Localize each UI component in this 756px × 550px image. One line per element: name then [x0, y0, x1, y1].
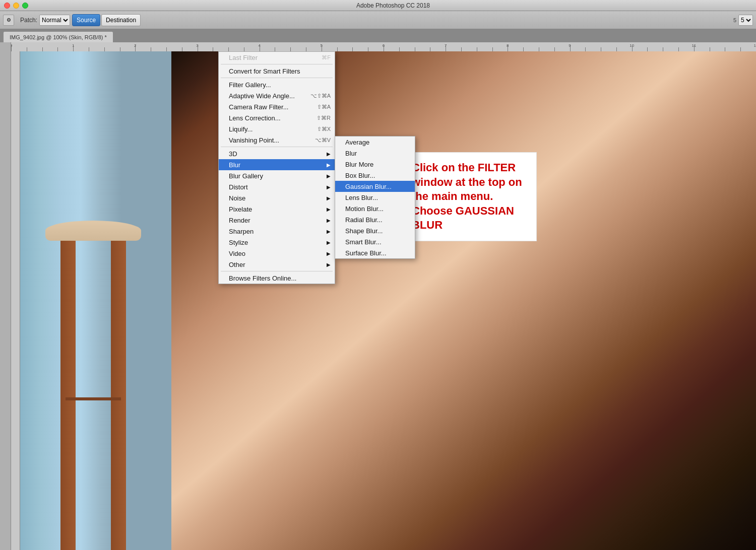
submenu-arrow-icon: ▶	[327, 162, 331, 168]
maximize-button[interactable]	[22, 3, 28, 9]
app-title: Adobe Photoshop CC 2018	[34, 2, 752, 9]
menu-item-label: Vanishing Point...	[229, 136, 279, 144]
menu-item-render[interactable]: Render ▶	[219, 215, 335, 226]
minimize-button[interactable]	[13, 3, 19, 9]
menu-item-label: Liquify...	[229, 125, 253, 133]
content-area: Click on the FILTER window at the top on…	[0, 51, 756, 550]
menu-item-filter-gallery[interactable]: Filter Gallery...	[219, 79, 335, 90]
title-bar: Adobe Photoshop CC 2018	[0, 0, 756, 11]
ruler-corner	[0, 42, 11, 51]
submenu-arrow-icon: ▶	[327, 240, 331, 245]
ruler-horizontal: 0123456789101112	[11, 42, 756, 51]
submenu-arrow-icon: ▶	[327, 207, 331, 212]
menu-item-label: Filter Gallery...	[229, 81, 271, 89]
menu-separator	[221, 78, 333, 78]
canvas: Click on the FILTER window at the top on…	[20, 51, 756, 550]
menu-item-label: Pixelate	[229, 205, 252, 213]
menu-item-label: Motion Blur...	[345, 205, 384, 213]
submenu-arrow-icon: ▶	[327, 151, 331, 157]
menu-item-stylize[interactable]: Stylize ▶	[219, 237, 335, 248]
menu-item-vanishing-point[interactable]: Vanishing Point... ⌥⌘V	[219, 134, 335, 146]
annotation-box: Click on the FILTER window at the top on…	[403, 152, 537, 241]
menu-item-label: Stylize	[229, 239, 248, 246]
menu-item-adaptive-wide-angle[interactable]: Adaptive Wide Angle... ⌥⇧⌘A	[219, 90, 335, 101]
close-button[interactable]	[4, 3, 10, 9]
menu-item-label: Last Filter	[229, 54, 258, 61]
menu-item-label: Sharpen	[229, 228, 254, 235]
filter-menu: Last Filter ⌘F Convert for Smart Filters…	[218, 51, 335, 284]
menu-item-label: Gaussian Blur...	[345, 183, 392, 190]
ruler-row: 0123456789101112	[0, 42, 756, 51]
tool-icon[interactable]: ⚙	[3, 15, 14, 26]
blur-submenu-item-blur[interactable]: Blur	[335, 148, 415, 159]
menu-item-label: Convert for Smart Filters	[229, 67, 300, 75]
menu-item-convert-smart-filters[interactable]: Convert for Smart Filters	[219, 65, 335, 77]
ruler-vertical	[11, 51, 20, 550]
destination-button[interactable]: Destination	[101, 14, 141, 26]
menu-item-label: Render	[229, 217, 250, 224]
menu-item-distort[interactable]: Distort ▶	[219, 181, 335, 192]
stool-rung	[66, 397, 121, 400]
menu-item-lens-correction[interactable]: Lens Correction... ⇧⌘R	[219, 112, 335, 123]
menu-item-last-filter[interactable]: Last Filter ⌘F	[219, 52, 335, 63]
blur-submenu-item-motion-blur[interactable]: Motion Blur...	[335, 203, 415, 214]
blur-submenu-item-blur-more[interactable]: Blur More	[335, 159, 415, 170]
menu-item-browse-filters[interactable]: Browse Filters Online...	[219, 272, 335, 284]
menu-item-sharpen[interactable]: Sharpen ▶	[219, 226, 335, 237]
menu-item-label: Shape Blur...	[345, 227, 383, 235]
menu-item-noise[interactable]: Noise ▶	[219, 192, 335, 203]
menu-item-shortcut: ⌥⌘V	[315, 137, 331, 144]
blur-submenu-item-lens-blur[interactable]: Lens Blur...	[335, 192, 415, 203]
menu-item-shortcut: ⌘F	[322, 54, 331, 61]
stool-right-leg	[111, 226, 126, 551]
menu-item-blur[interactable]: Blur ▶	[219, 159, 335, 170]
menu-item-shortcut: ⇧⌘R	[317, 115, 331, 121]
blur-submenu-item-box-blur[interactable]: Box Blur...	[335, 170, 415, 181]
menu-item-3d[interactable]: 3D ▶	[219, 148, 335, 159]
menu-item-label: Lens Blur...	[345, 194, 378, 201]
window-controls	[4, 3, 28, 9]
blur-submenu-item-average[interactable]: Average	[335, 136, 415, 148]
menu-item-pixelate[interactable]: Pixelate ▶	[219, 203, 335, 215]
tab-label: IMG_9402.jpg @ 100% (Skin, RGB/8) *	[10, 34, 107, 40]
stool-left-leg	[60, 226, 76, 551]
menu-item-label: Blur	[345, 150, 357, 157]
menu-item-label: Adaptive Wide Angle...	[229, 92, 295, 100]
menu-item-video[interactable]: Video ▶	[219, 248, 335, 259]
blur-submenu-item-surface-blur[interactable]: Surface Blur...	[335, 247, 415, 258]
menu-item-label: Blur	[229, 161, 240, 169]
menu-item-other[interactable]: Other ▶	[219, 259, 335, 270]
menu-item-label: Radial Blur...	[345, 216, 383, 224]
blur-submenu-item-radial-blur[interactable]: Radial Blur...	[335, 214, 415, 225]
submenu-arrow-icon: ▶	[327, 251, 331, 256]
menu-item-shortcut: ⇧⌘X	[317, 126, 331, 132]
menu-item-label: 3D	[229, 150, 237, 158]
menu-item-label: Lens Correction...	[229, 114, 281, 122]
submenu-arrow-icon: ▶	[327, 262, 331, 267]
patch-label: Patch:	[20, 17, 37, 24]
submenu-arrow-icon: ▶	[327, 173, 331, 179]
menu-separator	[221, 147, 333, 147]
menu-item-label: Box Blur...	[345, 172, 375, 179]
menu-item-shortcut: ⌥⇧⌘A	[310, 93, 331, 99]
blur-submenu-item-smart-blur[interactable]: Smart Blur...	[335, 236, 415, 247]
menu-separator	[221, 64, 333, 64]
menu-item-label: Smart Blur...	[345, 238, 382, 246]
blur-submenu-item-gaussian-blur[interactable]: Gaussian Blur...	[335, 181, 415, 192]
submenu-arrow-icon: ▶	[327, 184, 331, 190]
toolbar: ⚙ Patch: Normal Source Destination 5 5	[0, 11, 756, 29]
document-tab[interactable]: IMG_9402.jpg @ 100% (Skin, RGB/8) *	[3, 31, 113, 42]
menu-item-liquify[interactable]: Liquify... ⇧⌘X	[219, 123, 335, 134]
source-button[interactable]: Source	[72, 14, 100, 26]
size-select[interactable]: 5	[738, 15, 753, 26]
menu-separator	[221, 271, 333, 271]
menu-item-camera-raw-filter[interactable]: Camera Raw Filter... ⇧⌘A	[219, 101, 335, 112]
tab-bar: IMG_9402.jpg @ 100% (Skin, RGB/8) *	[0, 29, 756, 42]
annotation-text: Click on the FILTER window at the top on…	[412, 161, 528, 233]
menu-item-blur-gallery[interactable]: Blur Gallery ▶	[219, 170, 335, 181]
submenu-arrow-icon: ▶	[327, 218, 331, 223]
submenu-arrow-icon: ▶	[327, 229, 331, 234]
menu-item-label: Other	[229, 261, 245, 268]
blur-submenu-item-shape-blur[interactable]: Shape Blur...	[335, 225, 415, 236]
patch-mode-select[interactable]: Normal	[39, 15, 70, 26]
